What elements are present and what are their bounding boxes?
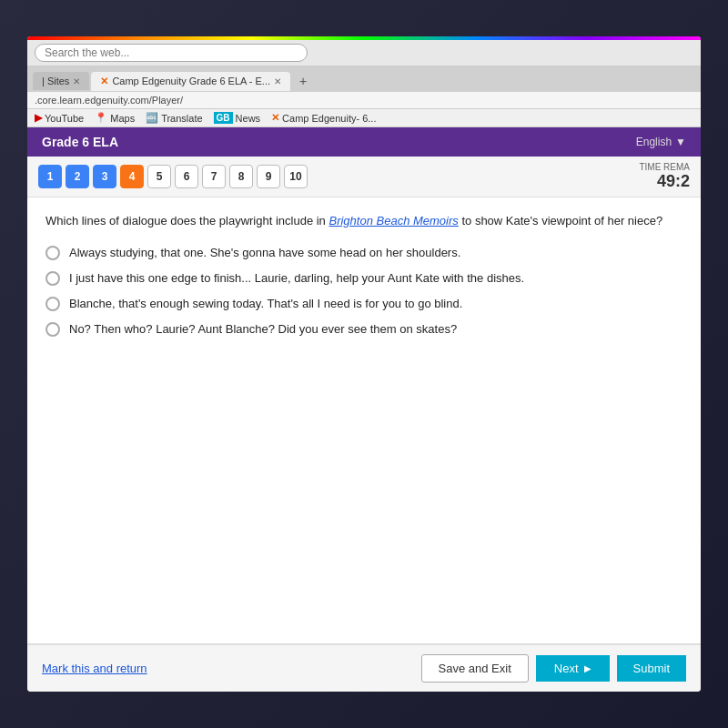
answer-choices: Always studying, that one. She's gonna h…	[46, 245, 682, 339]
question-nav-bar: 1 2 3 4 5 6 7 8 9 10 TIME REMA 49:2	[27, 157, 701, 197]
bottom-bar: Mark this and return Save and Exit Next …	[27, 643, 701, 692]
answer-choice-1[interactable]: Always studying, that one. She's gonna h…	[46, 245, 682, 261]
url-text: .core.learn.edgenuity.com/Player/	[35, 95, 183, 106]
bottom-right-buttons: Save and Exit Next Submit	[421, 654, 686, 682]
question-text-before: Which lines of dialogue does the playwri…	[46, 214, 329, 228]
tab-sites[interactable]: | Sites ✕	[33, 72, 89, 90]
q-num-5[interactable]: 5	[147, 165, 171, 188]
book-title-link[interactable]: Brighton Beach Memoirs	[329, 214, 458, 228]
next-button[interactable]: Next	[536, 655, 610, 682]
answer-choice-2[interactable]: I just have this one edge to finish... L…	[46, 270, 682, 287]
timer: TIME REMA 49:2	[639, 162, 690, 191]
bookmark-translate-label: Translate	[161, 113, 202, 124]
tab-sites-close[interactable]: ✕	[73, 76, 80, 86]
question-numbers: 1 2 3 4 5 6 7 8 9 10	[38, 165, 308, 188]
app-title: Grade 6 ELA	[42, 135, 118, 149]
radio-1[interactable]	[46, 246, 60, 260]
bookmark-translate[interactable]: 🔤 Translate	[146, 112, 202, 124]
tab-edgenuity-close[interactable]: ✕	[274, 76, 281, 86]
choice-1-text: Always studying, that one. She's gonna h…	[69, 245, 460, 261]
choice-4-text: No? Then who? Laurie? Aunt Blanche? Did …	[69, 321, 457, 338]
bookmarks-bar: ▶ YouTube 📍 Maps 🔤 Translate GB News ✕ C…	[27, 109, 701, 127]
q-num-8[interactable]: 8	[229, 165, 253, 188]
bookmark-maps[interactable]: 📍 Maps	[95, 112, 135, 124]
bookmark-maps-label: Maps	[110, 113, 135, 124]
q-num-1[interactable]: 1	[38, 165, 62, 188]
language-label: English	[636, 136, 672, 148]
chevron-down-icon: ▼	[675, 136, 686, 148]
bookmark-news-label: News	[236, 113, 261, 124]
answer-choice-4[interactable]: No? Then who? Laurie? Aunt Blanche? Did …	[46, 321, 682, 338]
tab-sites-label: | Sites	[42, 76, 69, 86]
submit-button[interactable]: Submit	[617, 655, 686, 682]
maps-icon: 📍	[95, 112, 107, 124]
bookmark-news[interactable]: GB News	[214, 112, 261, 124]
save-exit-button[interactable]: Save and Exit	[421, 654, 529, 682]
tab-edgenuity[interactable]: ✕ Camp Edgenuity Grade 6 ELA - E... ✕	[91, 72, 290, 91]
bookmark-youtube-label: YouTube	[45, 113, 84, 124]
choice-2-text: I just have this one edge to finish... L…	[69, 270, 524, 287]
bookmark-youtube[interactable]: ▶ YouTube	[35, 112, 84, 124]
bookmark-camp-label: Camp Edgenuity- 6...	[282, 113, 376, 124]
timer-value: 49:2	[639, 172, 690, 191]
question-text-after: to show Kate's viewpoint of her niece?	[459, 214, 662, 228]
q-num-7[interactable]: 7	[202, 165, 226, 188]
edgenuity-icon: ✕	[100, 76, 108, 87]
screen: Search the web... | Sites ✕ ✕ Camp Edgen…	[27, 36, 701, 692]
translate-icon: 🔤	[146, 112, 158, 124]
radio-3[interactable]	[46, 297, 60, 311]
q-num-9[interactable]: 9	[257, 165, 280, 188]
url-bar: .core.learn.edgenuity.com/Player/	[27, 92, 701, 109]
bookmark-camp-edgenuity[interactable]: ✕ Camp Edgenuity- 6...	[271, 112, 376, 124]
question-text: Which lines of dialogue does the playwri…	[46, 212, 682, 230]
youtube-icon: ▶	[35, 112, 42, 124]
q-num-3[interactable]: 3	[93, 165, 116, 188]
tab-new[interactable]: +	[292, 70, 314, 92]
question-area: Which lines of dialogue does the playwri…	[27, 197, 701, 643]
language-selector[interactable]: English ▼	[636, 136, 686, 148]
choice-3-text: Blanche, that's enough sewing today. Tha…	[69, 296, 462, 312]
tabs-row: | Sites ✕ ✕ Camp Edgenuity Grade 6 ELA -…	[27, 66, 701, 92]
search-input[interactable]: Search the web...	[35, 44, 308, 62]
q-num-2[interactable]: 2	[66, 165, 89, 188]
radio-2[interactable]	[46, 271, 60, 286]
timer-label: TIME REMA	[639, 162, 690, 172]
radio-4[interactable]	[46, 322, 60, 337]
app-header: Grade 6 ELA English ▼	[27, 127, 701, 157]
browser-search-bar: Search the web...	[27, 40, 701, 66]
answer-choice-3[interactable]: Blanche, that's enough sewing today. Tha…	[46, 296, 682, 312]
tablet-bezel: Search the web... | Sites ✕ ✕ Camp Edgen…	[0, 0, 728, 728]
mark-return-link[interactable]: Mark this and return	[42, 662, 147, 675]
q-num-4[interactable]: 4	[120, 165, 144, 188]
camp-edgenuity-icon: ✕	[271, 112, 279, 124]
tab-edgenuity-label: Camp Edgenuity Grade 6 ELA - E...	[112, 76, 270, 86]
news-icon: GB	[214, 112, 233, 124]
q-num-10[interactable]: 10	[284, 165, 308, 188]
q-num-6[interactable]: 6	[175, 165, 198, 188]
